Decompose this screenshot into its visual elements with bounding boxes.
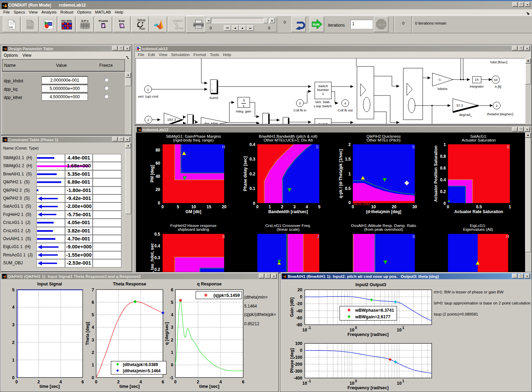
svg-text:(from peak overshoot): (from peak overshoot) (364, 227, 403, 231)
svg-text:1: 1 (348, 172, 351, 176)
svg-text:S: S (412, 145, 415, 149)
svg-text:4: 4 (171, 312, 173, 317)
svg-text:1: 1 (402, 379, 404, 383)
svg-text:1: 1 (147, 88, 149, 91)
svg-text:0: 0 (348, 200, 351, 205)
svg-text:5: 5 (171, 300, 173, 305)
svg-text:2: 2 (37, 380, 40, 384)
svg-text:20: 20 (297, 288, 302, 292)
svg-text:0.5: 0.5 (154, 232, 160, 237)
svg-text:4: 4 (92, 325, 94, 330)
svg-text:0: 0 (256, 204, 259, 209)
svg-text:0: 0 (16, 380, 18, 384)
svg-text:h [ft]: h [ft] (495, 85, 501, 89)
svg-text:S: S (412, 234, 415, 239)
svg-text:0.2: 0.2 (249, 172, 255, 176)
svg-text:4: 4 (306, 204, 308, 209)
svg-text:0.5: 0.5 (345, 186, 351, 191)
svg-text:0: 0 (300, 348, 302, 353)
svg-text:6: 6 (82, 380, 84, 384)
svg-text:Actuator Saturation: Actuator Saturation (462, 138, 496, 142)
svg-text:(dtheta)min=: (dtheta)min= (244, 295, 268, 300)
svg-text:Init: Init (9, 26, 13, 29)
svg-text:0: 0 (355, 326, 357, 330)
svg-text:Actuator Position Saturation: Actuator Position Saturation (433, 146, 438, 202)
svg-text:Phase delay [sec]: Phase delay [sec] (243, 156, 248, 191)
svg-text:Theta [deg]: Theta [deg] (85, 322, 90, 345)
svg-text:(d-theta)min [deg]: (d-theta)min [deg] (366, 209, 401, 214)
svg-text:time [sec]: time [sec] (119, 384, 139, 389)
svg-text:-60: -60 (296, 316, 302, 320)
svg-text:Coll fb in: Coll fb in (294, 108, 306, 112)
svg-text:hdot [ft/sec]: hdot [ft/sec] (490, 60, 507, 64)
svg-text:Sqpt: Sqpt (27, 26, 33, 29)
svg-text:wBWphase=6.3741: wBWphase=6.3741 (355, 308, 394, 313)
svg-text:STOP: STOP (378, 23, 386, 26)
svg-text:s: s (243, 104, 245, 108)
svg-text:S: S (222, 234, 225, 239)
svg-text:Loop Switch: Loop Switch (314, 104, 332, 108)
svg-text:Gain [dB]: Gain [dB] (290, 298, 294, 317)
svg-text:10: 10 (302, 328, 307, 332)
svg-text:0.8: 0.8 (440, 154, 446, 159)
svg-text:0: 0 (92, 375, 94, 380)
svg-text:Input Signal: Input Signal (37, 282, 62, 286)
svg-text:Switch: Switch (318, 84, 328, 88)
svg-text:vert. (up) cmd: vert. (up) cmd (138, 94, 158, 98)
svg-text:-1: -1 (308, 379, 311, 383)
svg-text:1: 1 (12, 358, 15, 363)
svg-text:GM [db]: GM [db] (185, 209, 201, 214)
svg-text:(q)pk/(dtheta)pk=: (q)pk/(dtheta)pk= (244, 312, 276, 317)
svg-text:60: 60 (156, 161, 160, 166)
svg-text:0: 0 (95, 380, 98, 384)
svg-text:-100: -100 (294, 355, 302, 360)
svg-text:+: + (211, 89, 213, 92)
svg-text:1/57.3: 1/57.3 (167, 118, 176, 121)
svg-text:0: 0 (162, 204, 164, 209)
svg-text:5: 5 (177, 204, 179, 209)
svg-text:0: 0 (12, 375, 15, 380)
svg-text:5: 5 (12, 288, 15, 292)
svg-text:Number: Number (317, 88, 329, 92)
svg-text:0: 0 (447, 204, 449, 209)
svg-text:5: 5 (92, 312, 94, 317)
svg-text:30: 30 (412, 204, 417, 209)
svg-text:Other MTEs;UCE>1; Div Att: Other MTEs;UCE>1; Div Att (264, 138, 313, 142)
svg-text:4: 4 (219, 380, 222, 384)
svg-text:deg/rad_: deg/rad_ (459, 113, 472, 117)
svg-text:-40: -40 (296, 309, 302, 313)
svg-text:2: 2 (147, 118, 149, 122)
svg-text:10: 10 (191, 204, 196, 209)
svg-text:10: 10 (350, 328, 355, 332)
svg-text:RUN: RUN (313, 23, 320, 26)
svg-text:0: 0 (171, 363, 173, 367)
svg-text:Bandwidth [rad/sec]: Bandwidth [rad/sec] (268, 209, 308, 214)
svg-text:2: 2 (197, 380, 199, 384)
svg-text:-80: -80 (296, 322, 302, 327)
svg-text:1: 1 (171, 350, 173, 355)
svg-text:0: 0 (443, 201, 446, 206)
svg-text:dpp_kthet: dpp_kthet (204, 122, 218, 124)
svg-text:Eigenvalues (All): Eigenvalues (All) (463, 227, 493, 231)
svg-text:0.85212: 0.85212 (244, 321, 259, 326)
svg-text:3: 3 (299, 101, 301, 105)
svg-text:Integrator: Integrator (470, 84, 484, 88)
svg-text:2: 2 (117, 380, 120, 384)
svg-text:lsf=0: taup approximation is b: lsf=0: taup approximation is base on 2 p… (434, 301, 531, 305)
svg-text:Frequency [rad/sec]: Frequency [rad/sec] (348, 385, 389, 390)
svg-text:(dtheta)pk=6.0389: (dtheta)pk=6.0389 (123, 362, 158, 367)
svg-text:4: 4 (139, 380, 142, 384)
svg-text:6: 6 (92, 300, 94, 305)
svg-text:-400: -400 (294, 376, 302, 381)
svg-text:0.4: 0.4 (249, 142, 255, 147)
svg-text:H: H (222, 145, 225, 149)
svg-text:(rigid-body freq. range): (rigid-body freq. range) (173, 138, 214, 142)
svg-text:1: 1 (92, 363, 94, 367)
svg-text:4: 4 (12, 305, 15, 310)
svg-text:0.2: 0.2 (154, 267, 160, 272)
svg-text:2: 2 (12, 340, 15, 345)
svg-text:0.1: 0.1 (249, 186, 255, 191)
svg-text:Integ. gain: Integ. gain (236, 109, 251, 113)
svg-text:40: 40 (156, 174, 160, 179)
svg-text:(dtheta)min=5.1464: (dtheta)min=5.1464 (123, 368, 160, 373)
